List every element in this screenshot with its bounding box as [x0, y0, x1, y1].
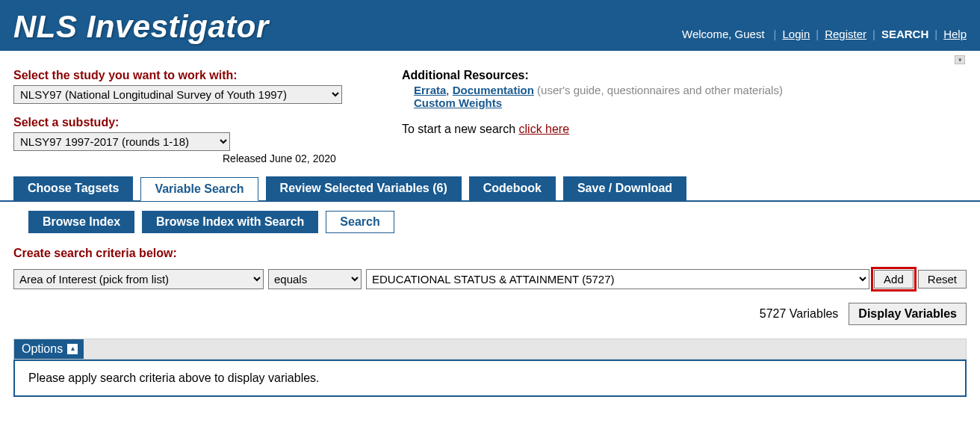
chevron-up-icon: ▴: [67, 344, 78, 354]
sub-tabs: Browse Index Browse Index with Search Se…: [28, 211, 980, 233]
options-bar: Options ▴: [13, 339, 967, 360]
tab-review-selected[interactable]: Review Selected Variables (6): [266, 176, 462, 200]
click-here-link[interactable]: click here: [519, 123, 570, 135]
tab-choose-tagsets[interactable]: Choose Tagsets: [13, 176, 133, 200]
documentation-link[interactable]: Documentation: [453, 84, 534, 96]
custom-weights-link[interactable]: Custom Weights: [414, 96, 502, 109]
errata-link[interactable]: Errata: [414, 84, 446, 96]
criteria-row: Area of Interest (pick from list) equals…: [13, 269, 967, 289]
tab-codebook[interactable]: Codebook: [469, 176, 556, 200]
criteria-label: Create search criteria below:: [13, 247, 980, 260]
display-variables-button[interactable]: Display Variables: [849, 303, 967, 325]
results-message-box: Please apply search criteria above to di…: [13, 360, 967, 397]
add-button[interactable]: Add: [874, 270, 914, 289]
reset-button[interactable]: Reset: [918, 270, 967, 289]
help-link[interactable]: Help: [943, 28, 967, 40]
substudy-label: Select a substudy:: [13, 116, 372, 129]
header-links: Welcome, Guest | Login | Register | SEAR…: [682, 28, 967, 45]
search-link[interactable]: SEARCH: [881, 28, 928, 40]
register-link[interactable]: Register: [825, 28, 866, 40]
main-tabs-wrapper: Choose Tagsets Variable Search Review Se…: [0, 176, 980, 202]
resources-label: Additional Resources:: [402, 69, 967, 82]
study-column: Select the study you want to work with: …: [13, 69, 372, 164]
operator-select[interactable]: equals: [268, 269, 362, 289]
documentation-desc: (user's guide, questionnaires and other …: [537, 84, 783, 96]
main-tabs: Choose Tagsets Variable Search Review Se…: [13, 176, 980, 200]
top-section: Select the study you want to work with: …: [0, 64, 980, 167]
study-select[interactable]: NLSY97 (National Longitudinal Survey of …: [13, 85, 342, 104]
value-select[interactable]: EDUCATIONAL STATUS & ATTAINMENT (5727): [366, 269, 869, 289]
collapse-row: ▾: [0, 51, 980, 64]
tab-variable-search[interactable]: Variable Search: [140, 177, 258, 201]
area-of-interest-select[interactable]: Area of Interest (pick from list): [13, 269, 264, 289]
variable-count: 5727 Variables: [760, 307, 839, 321]
resources-column: Additional Resources: Errata, Documentat…: [402, 69, 967, 164]
login-link[interactable]: Login: [783, 28, 810, 40]
tab-save-download[interactable]: Save / Download: [563, 176, 686, 200]
results-message: Please apply search criteria above to di…: [28, 371, 320, 384]
options-toggle[interactable]: Options ▴: [14, 339, 84, 359]
study-label: Select the study you want to work with:: [13, 69, 372, 82]
substudy-select[interactable]: NLSY97 1997-2017 (rounds 1-18): [13, 132, 230, 151]
app-title: NLS Investigator: [13, 9, 269, 45]
released-text: Released June 02, 2020: [223, 152, 372, 164]
subtab-browse-index[interactable]: Browse Index: [28, 211, 134, 233]
subtab-browse-index-search[interactable]: Browse Index with Search: [142, 211, 318, 233]
results-row: 5727 Variables Display Variables: [0, 303, 967, 325]
subtab-search[interactable]: Search: [326, 211, 394, 233]
start-search: To start a new search click here: [402, 123, 967, 136]
page-header: NLS Investigator Welcome, Guest | Login …: [0, 0, 980, 51]
collapse-icon[interactable]: ▾: [955, 55, 965, 64]
welcome-text: Welcome, Guest: [682, 28, 765, 40]
